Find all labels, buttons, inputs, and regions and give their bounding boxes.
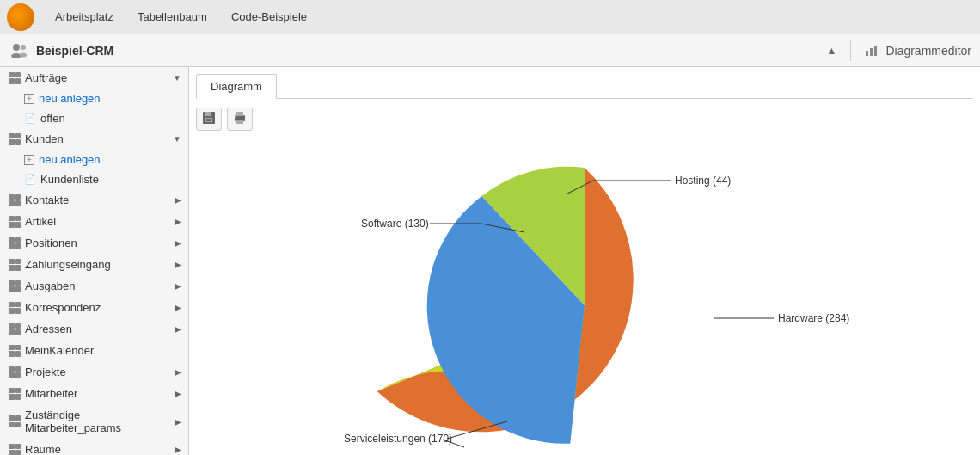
users-icon (9, 40, 29, 61)
topbar-code-beispiele[interactable]: Code-Beispiele (221, 5, 317, 28)
hosting-label: Hosting (44) (675, 175, 731, 187)
chevron-right-kontakte: ▶ (175, 195, 181, 205)
sidebar-item-ausgaben[interactable]: Ausgaben ▶ (0, 275, 188, 297)
svg-rect-13 (236, 120, 243, 124)
plus-icon: + (24, 94, 34, 104)
sidebar-label-mitarbeiter: Mitarbeiter (25, 387, 77, 400)
sidebar-item-artikel[interactable]: Artikel ▶ (0, 211, 188, 232)
grid-icon-positionen (9, 237, 21, 249)
kunden-liste[interactable]: 📄 Kundenliste (24, 169, 188, 189)
svg-rect-4 (866, 51, 868, 56)
software-label: Software (130) (361, 218, 429, 230)
auftraege-new[interactable]: + neu anlegen (24, 89, 188, 108)
chevron-down-icon: ▼ (173, 73, 181, 83)
topbar-arbeitsplatz[interactable]: Arbeitsplatz (45, 5, 124, 28)
svg-rect-14 (235, 116, 236, 118)
chevron-right-positionen: ▶ (175, 238, 181, 248)
save-button[interactable] (196, 108, 222, 131)
svg-rect-10 (206, 119, 211, 121)
sidebar-label-artikel: Artikel (25, 215, 56, 228)
sidebar-item-positionen[interactable]: Positionen ▶ (0, 232, 188, 254)
chevron-right-adressen: ▶ (175, 324, 181, 334)
kunden-new[interactable]: + neu anlegen (24, 150, 188, 169)
sidebar-label-meinkalender: MeinKalender (25, 344, 94, 357)
svg-rect-12 (236, 112, 243, 116)
sidebar-item-zahlungseingang[interactable]: Zahlungseingang ▶ (0, 254, 188, 275)
grid-icon-mitarbeiter (9, 388, 21, 400)
sidebar: Aufträge ▼ + neu anlegen 📄 offen Kunden … (0, 67, 189, 455)
sidebar-item-meinkalender[interactable]: MeinKalender (0, 340, 188, 361)
grid-icon-raeume (9, 444, 21, 456)
sidebar-label-korrespondenz: Korrespondenz (25, 301, 101, 314)
auftraege-offen[interactable]: 📄 offen (24, 108, 188, 128)
doc-icon-kunden: 📄 (24, 174, 36, 185)
doc-icon: 📄 (24, 113, 36, 124)
svg-point-2 (21, 45, 26, 50)
chevron-right-artikel: ▶ (175, 217, 181, 226)
save-icon (202, 111, 216, 125)
sidebar-item-raeume[interactable]: Räume ▶ (0, 439, 188, 455)
kunden-sub: + neu anlegen 📄 Kundenliste (0, 150, 188, 189)
hardware-label: Hardware (284) (778, 312, 849, 324)
sidebar-item-mitarbeiter[interactable]: Mitarbeiter ▶ (0, 383, 188, 404)
chevron-right-mitarbeiter: ▶ (175, 389, 181, 398)
sidebar-label-kontakte: Kontakte (25, 194, 69, 206)
toolbar (196, 104, 973, 134)
sidebar-item-auftraege[interactable]: Aufträge ▼ (0, 67, 188, 89)
tab-diagramm[interactable]: Diagramm (196, 74, 277, 99)
chevron-right-projekte: ▶ (175, 367, 181, 377)
appbar-collapse[interactable]: ▲ (827, 45, 837, 57)
topbar: Arbeitsplatz Tabellenbaum Code-Beispiele (0, 0, 980, 34)
app-title[interactable]: Beispiel-CRM (36, 44, 820, 58)
chevron-right-korrespondenz: ▶ (175, 303, 181, 312)
sidebar-label-projekte: Projekte (25, 366, 66, 378)
grid-icon-kontakte (9, 194, 21, 206)
grid-icon (9, 72, 21, 84)
grid-icon-meinkalender (9, 345, 21, 357)
svg-rect-8 (205, 112, 211, 116)
print-button[interactable] (227, 108, 253, 131)
svg-rect-5 (870, 48, 873, 56)
svg-point-3 (20, 52, 27, 57)
print-icon (233, 111, 247, 125)
grid-icon-kunden (9, 133, 21, 145)
chart-area: Hardware (284) Serviceleistungen (170) S… (196, 138, 973, 455)
diagram-icon (865, 44, 879, 58)
content-area: Diagramm (189, 67, 980, 455)
tab-bar: Diagramm (196, 74, 973, 99)
appbar: Beispiel-CRM ▲ Diagrammeditor (0, 34, 980, 67)
grid-icon-zustaendige (9, 415, 21, 427)
chevron-down-icon-kunden: ▼ (173, 134, 181, 144)
sidebar-item-zustaendige[interactable]: Zuständige Mitarbeiter_params ▶ (0, 404, 188, 439)
auftraege-offen-label: offen (40, 112, 65, 125)
auftraege-sub: + neu anlegen 📄 offen (0, 89, 188, 128)
kunden-liste-label: Kundenliste (40, 173, 99, 186)
app-logo (7, 3, 34, 31)
grid-icon-adressen (9, 323, 21, 335)
sidebar-label-raeume: Räume (25, 443, 61, 455)
chevron-right-ausgaben: ▶ (175, 281, 181, 291)
kunden-new-label: neu anlegen (39, 153, 101, 166)
main-layout: Aufträge ▼ + neu anlegen 📄 offen Kunden … (0, 67, 980, 455)
sidebar-label-ausgaben: Ausgaben (25, 280, 76, 292)
grid-icon-projekte (9, 366, 21, 378)
auftraege-new-label: neu anlegen (39, 92, 101, 105)
grid-icon-ausgaben (9, 280, 21, 292)
sidebar-item-projekte[interactable]: Projekte ▶ (0, 361, 188, 383)
sidebar-label-kunden: Kunden (25, 132, 64, 145)
svg-point-0 (13, 44, 20, 51)
grid-icon-zahlungseingang (9, 259, 21, 271)
chevron-right-raeume: ▶ (175, 445, 181, 454)
chevron-right-zahlungseingang: ▶ (175, 260, 181, 269)
topbar-tabellenbaum[interactable]: Tabellenbaum (127, 5, 217, 28)
diagram-editor-label: Diagrammeditor (885, 44, 971, 58)
grid-icon-artikel (9, 216, 21, 228)
sidebar-item-adressen[interactable]: Adressen ▶ (0, 318, 188, 340)
grid-icon-korrespondenz (9, 302, 21, 314)
sidebar-item-kunden[interactable]: Kunden ▼ (0, 128, 188, 150)
sidebar-label-adressen: Adressen (25, 323, 72, 335)
sidebar-item-korrespondenz[interactable]: Korrespondenz ▶ (0, 297, 188, 318)
plus-icon-kunden: + (24, 155, 34, 165)
sidebar-label-positionen: Positionen (25, 237, 77, 249)
sidebar-item-kontakte[interactable]: Kontakte ▶ (0, 189, 188, 211)
